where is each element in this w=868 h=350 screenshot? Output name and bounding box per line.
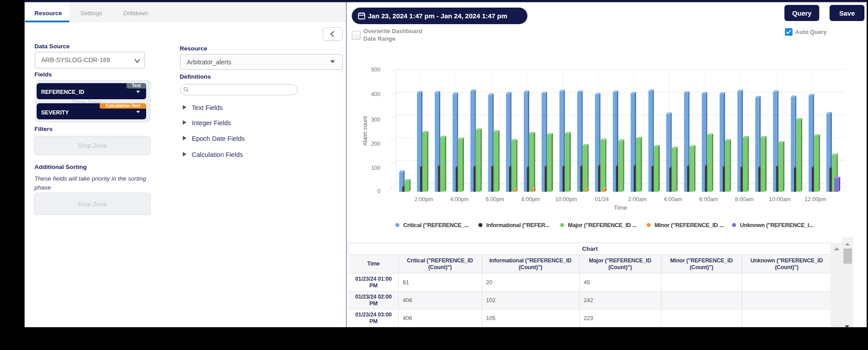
svg-text:0: 0 [377, 188, 380, 194]
svg-text:Critical ("REFERENCE_...: Critical ("REFERENCE_... [403, 222, 469, 228]
svg-text:2:00am: 2:00am [628, 196, 647, 202]
svg-text:4:00pm: 4:00pm [450, 196, 469, 202]
svg-text:4:00am: 4:00am [664, 196, 683, 202]
svg-text:2:00pm: 2:00pm [414, 196, 433, 202]
svg-text:6:00am: 6:00am [699, 196, 718, 202]
svg-text:10:00pm: 10:00pm [555, 196, 577, 202]
svg-text:8:00am: 8:00am [735, 196, 754, 202]
svg-text:500: 500 [371, 67, 380, 73]
svg-text:Minor ("REFERENCE_ID ...: Minor ("REFERENCE_ID ... [654, 222, 724, 228]
svg-text:100: 100 [371, 165, 380, 171]
svg-text:400: 400 [371, 91, 380, 97]
svg-text:6:00pm: 6:00pm [486, 196, 505, 202]
svg-text:12:00pm: 12:00pm [805, 196, 826, 202]
svg-text:8:00pm: 8:00pm [521, 196, 540, 202]
svg-text:Informational ("REFER...: Informational ("REFER... [486, 222, 550, 228]
svg-text:Time: Time [614, 204, 627, 211]
svg-text:300: 300 [371, 117, 380, 123]
svg-text:01/24: 01/24 [595, 196, 609, 202]
svg-text:Major ("REFERENCE_ID ...: Major ("REFERENCE_ID ... [568, 222, 637, 228]
svg-text:Unknown ("REFERENCE_I...: Unknown ("REFERENCE_I... [740, 222, 813, 228]
svg-text:Alarm count: Alarm count [362, 116, 368, 146]
svg-text:10:00am: 10:00am [769, 196, 791, 202]
svg-text:200: 200 [371, 141, 380, 147]
